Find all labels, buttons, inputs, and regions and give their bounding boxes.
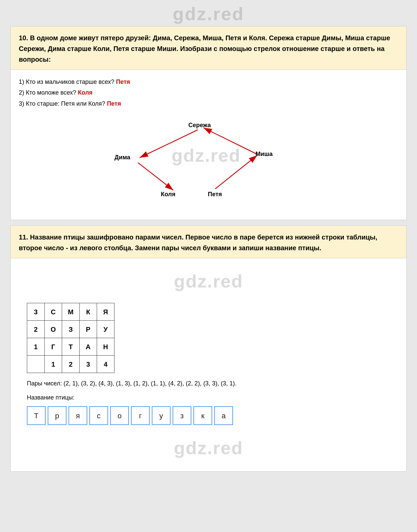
label-misha: Миша	[256, 149, 273, 159]
question-2: 2) Кто моложе всех? Коля	[19, 87, 398, 98]
cell-3-4: Я	[97, 303, 114, 321]
cell-3-2: М	[62, 303, 80, 321]
col-num-1: 1	[45, 356, 62, 373]
question-3: 3) Кто старше: Петя или Коля? Петя	[19, 98, 398, 109]
q1-answer: Петя	[114, 78, 130, 85]
cell-3-3: К	[80, 303, 97, 321]
q2-text: 2) Кто моложе всех?	[19, 89, 76, 96]
bottom-watermark: gdz.red	[19, 432, 398, 464]
table-row: 3 С М К Я	[27, 303, 114, 321]
pairs-label: Пары чисел:	[27, 380, 62, 387]
label-petya: Петя	[208, 189, 222, 200]
col-num-4: 4	[97, 356, 114, 373]
col-num-3: 3	[80, 356, 97, 373]
letter-box-7: з	[173, 406, 191, 425]
row-num-1: 1	[27, 338, 45, 356]
cell-1-3: А	[80, 338, 97, 356]
cell-2-3: Р	[80, 321, 97, 338]
svg-line-5	[138, 163, 173, 190]
problem-11-header-text: Название птицы зашифровано парами чисел.…	[19, 233, 377, 252]
cell-1-2: Т	[62, 338, 80, 356]
pairs-values: (2, 1), (3, 2), (4, 3), (1, 3), (1, 2), …	[63, 380, 236, 387]
letter-box-9: а	[214, 406, 233, 425]
letter-box-4: о	[110, 406, 129, 425]
cipher-table: 3 С М К Я 2 О З Р У 1 Г Т А	[27, 303, 114, 373]
diagram-area: gdz.red	[104, 112, 313, 213]
cell-3-1: С	[45, 303, 62, 321]
q3-text: 3) Кто старше: Петя или Коля?	[19, 100, 105, 107]
problem-10-card: 10. В одном доме живут пятеро друзей: Ди…	[10, 26, 407, 220]
label-dima: Дима	[114, 152, 130, 163]
table-row: 1 2 3 4	[27, 356, 114, 373]
problem-10-number: 10.	[19, 34, 28, 42]
svg-line-3	[203, 128, 257, 154]
row-num-empty	[27, 356, 45, 373]
letter-box-5: г	[131, 406, 150, 425]
row-num-2: 2	[27, 321, 45, 338]
cell-1-4: Н	[97, 338, 114, 356]
q2-answer: Коля	[76, 89, 92, 96]
letter-box-0: Т	[27, 406, 46, 425]
problem-11-card: 11. Название птицы зашифровано парами чи…	[10, 225, 407, 471]
pairs-text: Пары чисел: (2, 1), (3, 2), (4, 3), (1, …	[27, 378, 390, 389]
cell-1-1: Г	[45, 338, 62, 356]
watermark-top: gdz.red	[173, 3, 244, 24]
problem-10-body: 1) Кто из мальчиков старше всех? Петя 2)…	[11, 70, 406, 220]
letter-box-1: р	[48, 406, 66, 425]
letter-box-6: у	[152, 406, 171, 425]
q1-text: 1) Кто из мальчиков старше всех?	[19, 78, 114, 85]
letter-box-3: с	[89, 406, 108, 425]
problem-11-number: 11.	[19, 233, 28, 241]
cell-2-2: З	[62, 321, 80, 338]
label-seryozha: Сережа	[188, 120, 211, 130]
problem-11-header: 11. Название птицы зашифровано парами чи…	[11, 226, 406, 258]
letter-boxes: Трясогузка	[27, 406, 390, 425]
svg-line-4	[140, 130, 198, 158]
problem-10-header: 10. В одном доме живут пятеро друзей: Ди…	[11, 26, 406, 70]
question-1: 1) Кто из мальчиков старше всех? Петя	[19, 76, 398, 87]
problem-10-header-text: В одном доме живут пятеро друзей: Дима, …	[19, 34, 390, 63]
table-watermark: gdz.red	[19, 265, 398, 298]
cell-2-4: У	[97, 321, 114, 338]
bird-name-label: Название птицы:	[27, 392, 390, 403]
cell-2-1: О	[45, 321, 62, 338]
letter-box-2: я	[68, 406, 87, 425]
row-num-3: 3	[27, 303, 45, 321]
letter-box-8: к	[193, 406, 212, 425]
q3-answer: Петя	[105, 100, 121, 107]
col-num-2: 2	[62, 356, 80, 373]
svg-line-2	[215, 155, 257, 189]
table-row: 1 Г Т А Н	[27, 338, 114, 356]
table-row: 2 О З Р У	[27, 321, 114, 338]
label-kolya: Коля	[161, 189, 175, 200]
problem-11-body: gdz.red 3 С М К Я 2 О З Р У	[11, 258, 406, 471]
